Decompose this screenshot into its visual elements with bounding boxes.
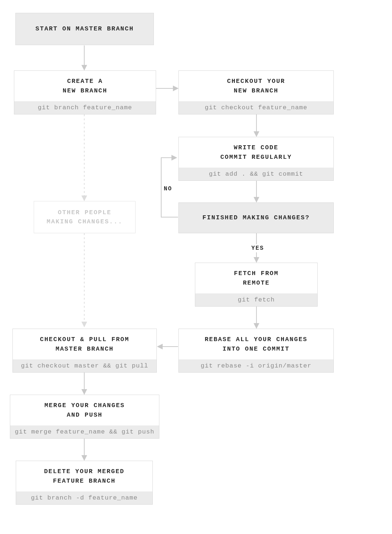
node-pull: CHECKOUT & PULL FROMMASTER BRANCH git ch… [12, 329, 157, 373]
node-start-title: START ON MASTER BRANCH [32, 18, 137, 40]
node-finished: FINISHED MAKING CHANGES? [178, 202, 334, 233]
node-merge-cmd: git merge feature_name && git push [10, 425, 159, 438]
node-fetch-cmd: git fetch [195, 293, 317, 306]
node-delete: DELETE YOUR MERGEDFEATURE BRANCH git bra… [16, 461, 153, 505]
node-finished-title: FINISHED MAKING CHANGES? [199, 207, 314, 228]
node-others-title: OTHER PEOPLEMAKING CHANGES... [43, 202, 126, 233]
node-pull-title: CHECKOUT & PULL FROMMASTER BRANCH [13, 329, 156, 359]
node-pull-cmd: git checkout master && git pull [13, 359, 156, 372]
node-write-code: WRITE CODECOMMIT REGULARLY git add . && … [178, 137, 334, 181]
node-checkout-cmd: git checkout feature_name [179, 101, 333, 114]
node-merge-title: MERGE YOUR CHANGESAND PUSH [10, 395, 159, 425]
node-create-cmd: git branch feature_name [14, 101, 156, 114]
node-write-title: WRITE CODECOMMIT REGULARLY [179, 137, 333, 168]
node-checkout-branch: CHECKOUT YOURNEW BRANCH git checkout fea… [178, 70, 334, 114]
node-merge: MERGE YOUR CHANGESAND PUSH git merge fea… [10, 395, 159, 439]
edge-label-yes: YES [250, 244, 266, 252]
node-fetch-title: FETCH FROMREMOTE [195, 263, 317, 293]
node-checkout-title: CHECKOUT YOURNEW BRANCH [179, 71, 333, 101]
node-rebase: REBASE ALL YOUR CHANGESINTO ONE COMMIT g… [178, 329, 334, 373]
node-write-cmd: git add . && git commit [179, 168, 333, 180]
node-delete-cmd: git branch -d feature_name [16, 491, 152, 504]
edge-label-no: NO [162, 185, 174, 193]
node-start: START ON MASTER BRANCH [15, 13, 154, 45]
node-others: OTHER PEOPLEMAKING CHANGES... [34, 201, 136, 233]
node-delete-title: DELETE YOUR MERGEDFEATURE BRANCH [16, 461, 152, 491]
node-fetch: FETCH FROMREMOTE git fetch [195, 263, 318, 307]
node-rebase-title: REBASE ALL YOUR CHANGESINTO ONE COMMIT [179, 329, 333, 359]
node-rebase-cmd: git rebase -i origin/master [179, 359, 333, 372]
node-create-title: CREATE ANEW BRANCH [14, 71, 156, 101]
node-create-branch: CREATE ANEW BRANCH git branch feature_na… [14, 70, 156, 114]
